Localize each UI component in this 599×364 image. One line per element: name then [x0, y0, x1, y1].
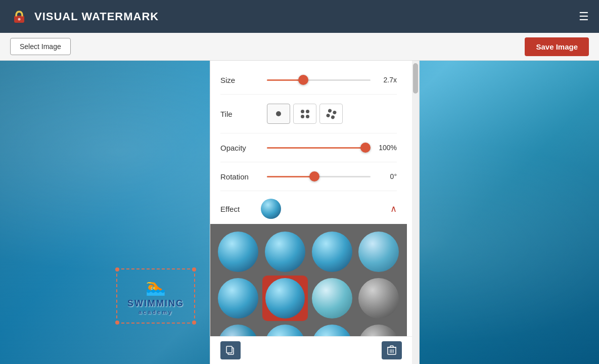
opacity-slider-container[interactable] [267, 143, 371, 153]
tile-options [267, 104, 343, 124]
rotation-slider-fill [267, 176, 314, 177]
dot2 [306, 110, 309, 113]
effect-item-9[interactable] [218, 325, 259, 336]
tile-single-button[interactable] [267, 104, 290, 124]
lock-icon [10, 8, 28, 26]
save-image-button[interactable]: Save Image [525, 37, 589, 56]
panel-content: Size 2.7x Tile [210, 61, 412, 336]
effect-item-12[interactable] [358, 325, 399, 336]
tile-control: Tile [220, 95, 397, 133]
opacity-value: 100% [377, 144, 397, 152]
dot4 [306, 115, 309, 118]
main-area: 🏊 SWIMMING academy Size 2.7x [0, 61, 599, 364]
effect-circle-7 [312, 278, 352, 318]
effect-circle-10 [265, 325, 305, 336]
dot1 [301, 110, 304, 113]
rotation-slider-container[interactable] [267, 171, 371, 181]
watermark-overlay[interactable]: 🏊 SWIMMING academy [116, 268, 195, 324]
effect-item-7[interactable] [312, 278, 353, 318]
effect-item-4[interactable] [358, 232, 399, 272]
effect-circle-11 [312, 325, 352, 336]
dot3 [326, 113, 330, 118]
copy-button[interactable] [220, 341, 241, 359]
effect-item-5[interactable] [218, 278, 259, 318]
rotation-value: 0° [377, 172, 397, 180]
size-value: 2.7x [377, 76, 397, 84]
app-header: VISUAL WATERMARK ☰ [0, 0, 599, 33]
effect-circle-selected [265, 278, 305, 318]
tile-grid-button[interactable] [293, 104, 316, 124]
effect-circle-4 [358, 232, 399, 272]
size-slider-container[interactable] [267, 75, 371, 85]
rotation-control: Rotation 0° [220, 162, 397, 191]
effect-circle-1 [218, 232, 258, 272]
opacity-slider-thumb[interactable] [360, 143, 371, 153]
effect-circle-5 [218, 278, 258, 318]
effect-label: Effect [220, 205, 261, 213]
effect-item-1[interactable] [218, 232, 259, 272]
size-slider-thumb[interactable] [298, 75, 308, 85]
hamburger-icon[interactable]: ☰ [579, 10, 589, 23]
dot3 [301, 115, 304, 118]
effect-row: Effect ∧ [220, 191, 397, 224]
effect-item-10[interactable] [265, 325, 306, 336]
watermark-text-main: SWIMMING [127, 298, 184, 309]
panel-footer [210, 336, 412, 364]
svg-point-2 [18, 18, 21, 20]
tile-scatter-dots [326, 108, 337, 119]
corner-handle-br[interactable] [192, 321, 196, 325]
effect-circle-8 [358, 278, 399, 318]
watermark-swimmer-icon: 🏊 [127, 277, 184, 296]
trash-icon [387, 345, 396, 355]
effect-circle-9 [218, 325, 258, 336]
effect-circle-2 [265, 232, 305, 272]
dot4 [331, 115, 335, 119]
effect-item-11[interactable] [312, 325, 353, 336]
opacity-label: Opacity [220, 144, 261, 152]
settings-panel: Size 2.7x Tile [210, 61, 420, 364]
effect-grid [210, 224, 407, 336]
effect-item-3[interactable] [312, 232, 353, 272]
effect-chevron-icon[interactable]: ∧ [390, 203, 397, 214]
size-control: Size 2.7x [220, 66, 397, 95]
panel-scrollbar[interactable] [412, 61, 419, 364]
select-image-button[interactable]: Select Image [10, 38, 71, 55]
effect-preview-circle [261, 199, 281, 219]
rotation-slider-thumb[interactable] [309, 171, 319, 181]
dot1 [328, 108, 332, 113]
corner-handle-tl[interactable] [115, 267, 119, 271]
rotation-label: Rotation [220, 172, 261, 181]
size-label: Size [220, 76, 261, 84]
tile-scatter-button[interactable] [319, 104, 343, 124]
opacity-control: Opacity 100% [220, 133, 397, 162]
opacity-slider-track[interactable] [267, 147, 371, 149]
corner-handle-bl[interactable] [115, 321, 119, 325]
watermark-text-sub: academy [127, 309, 184, 315]
tile-single-dot [276, 111, 281, 116]
effect-circle-12 [358, 325, 399, 336]
effect-item-2[interactable] [265, 232, 306, 272]
scroll-thumb[interactable] [413, 63, 418, 94]
tile-label: Tile [220, 110, 261, 118]
header-left: VISUAL WATERMARK [10, 8, 159, 26]
tile-grid-dots [301, 110, 309, 118]
copy-icon [225, 345, 236, 355]
dot2 [332, 110, 337, 115]
rotation-slider-track[interactable] [267, 176, 371, 177]
svg-rect-4 [226, 346, 232, 353]
opacity-slider-fill [267, 147, 365, 149]
toolbar: Select Image Save Image [0, 33, 599, 61]
corner-handle-tr[interactable] [192, 267, 196, 271]
size-slider-track[interactable] [267, 79, 371, 81]
effect-item-selected[interactable] [262, 276, 308, 321]
delete-button[interactable] [382, 341, 402, 359]
effect-item-8[interactable] [358, 278, 399, 318]
effect-circle-3 [312, 232, 352, 272]
app-title: VISUAL WATERMARK [34, 10, 159, 23]
